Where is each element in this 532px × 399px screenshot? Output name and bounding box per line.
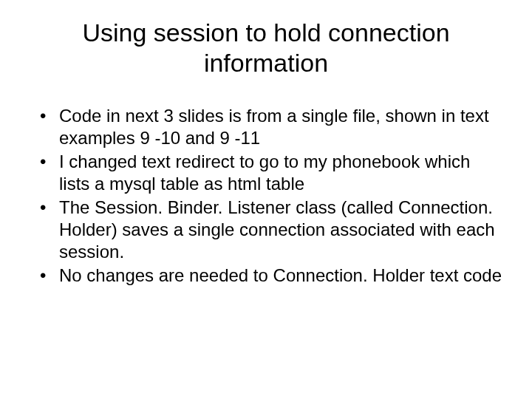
list-item: No changes are needed to Connection. Hol… (35, 265, 502, 287)
list-item: The Session. Binder. Listener class (cal… (35, 197, 502, 263)
bullet-list: Code in next 3 slides is from a single f… (30, 105, 502, 287)
list-item: I changed text redirect to go to my phon… (35, 151, 502, 195)
list-item: Code in next 3 slides is from a single f… (35, 105, 502, 149)
slide-title: Using session to hold connection informa… (30, 18, 502, 78)
